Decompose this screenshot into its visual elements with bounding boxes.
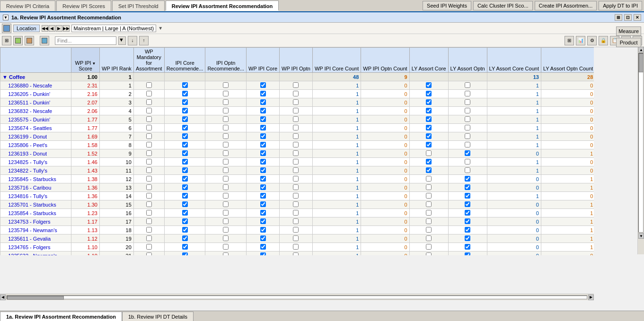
cell-wp-ipi-optn[interactable] (280, 166, 313, 175)
measure-button[interactable]: Measure (616, 26, 641, 36)
v-scroll-thumb[interactable] (639, 53, 644, 72)
cell-ipi-optn-rec[interactable] (205, 243, 247, 252)
cell-ly-optn[interactable] (448, 132, 487, 141)
cell-ly-optn[interactable] (448, 90, 487, 98)
cell-ipi-core-rec[interactable] (164, 192, 205, 200)
cell-wp-ipi-optn[interactable] (280, 158, 313, 166)
cell-wp-ipi-core[interactable] (247, 115, 280, 124)
location-button[interactable]: Location (13, 25, 40, 32)
bar-view-button[interactable] (25, 36, 34, 45)
cell-ipi-core-rec[interactable] (164, 252, 205, 256)
cell-ly-core[interactable] (409, 141, 448, 149)
cell-ipi-core-rec[interactable] (164, 141, 205, 149)
col-header-wp-ipi-core[interactable]: WP IPI Core (247, 48, 280, 73)
cell-ipi-optn-rec[interactable] (205, 183, 247, 192)
bottom-tab-1a[interactable]: 1a. Review IPI Assortment Recommendation (0, 312, 122, 321)
cell-ly-optn[interactable] (448, 141, 487, 149)
calc-cluster-button[interactable]: Calc Cluster IPI Sco... (473, 1, 533, 10)
apply-dt-button[interactable]: Apply DT to IPI (599, 1, 642, 10)
group-collapse-icon[interactable]: ▼ (2, 74, 8, 80)
find-input[interactable] (55, 36, 116, 45)
cell-name[interactable]: 1236205 - Dunkin' (0, 90, 71, 98)
cell-mandatory[interactable] (133, 107, 164, 115)
cell-ipi-core-rec[interactable] (164, 226, 205, 234)
col-header-ipi-core-rec[interactable]: IPI CoreRecommende... (164, 48, 205, 73)
cell-ly-optn[interactable] (448, 81, 487, 90)
cell-wp-ipi-optn[interactable] (280, 234, 313, 243)
scroll-left-button[interactable]: ◀ (0, 295, 6, 300)
cell-wp-ipi-core[interactable] (247, 192, 280, 200)
cell-wp-ipi-optn[interactable] (280, 90, 313, 98)
v-scrollbar[interactable]: ▲ ▼ (637, 46, 644, 254)
col-header-ly-assort-optn[interactable]: LY Assort Optn (448, 48, 487, 73)
cell-ly-core[interactable] (409, 98, 448, 107)
cell-name[interactable]: 1235854 - Starbucks (0, 209, 71, 217)
cell-mandatory[interactable] (133, 192, 164, 200)
cell-ipi-core-rec[interactable] (164, 98, 205, 107)
cell-wp-ipi-core[interactable] (247, 90, 280, 98)
cell-name[interactable]: 1234825 - Tully's (0, 158, 71, 166)
cell-ly-core[interactable] (409, 234, 448, 243)
tool-3-button[interactable]: ⚙ (587, 36, 597, 45)
cell-ly-optn[interactable] (448, 183, 487, 192)
group-name[interactable]: ▼ Coffee (0, 73, 71, 81)
col-header-ly-assort-core-count[interactable]: LY Assort Core Count (487, 48, 541, 73)
table-view-button[interactable]: ⊞ (2, 36, 11, 45)
cell-ly-core[interactable] (409, 115, 448, 124)
cell-wp-ipi-optn[interactable] (280, 149, 313, 158)
h-scroll-thumb[interactable] (7, 296, 64, 300)
cell-mandatory[interactable] (133, 166, 164, 175)
cell-name[interactable]: 1236199 - Donut (0, 132, 71, 141)
cell-mandatory[interactable] (133, 90, 164, 98)
cell-ipi-core-rec[interactable] (164, 234, 205, 243)
cell-wp-ipi-core[interactable] (247, 132, 280, 141)
cell-ipi-core-rec[interactable] (164, 107, 205, 115)
cell-name[interactable]: 1234822 - Tully's (0, 166, 71, 175)
cell-ipi-optn-rec[interactable] (205, 217, 247, 226)
cell-ly-optn[interactable] (448, 192, 487, 200)
cell-ly-optn[interactable] (448, 98, 487, 107)
cell-name[interactable]: 1236511 - Dunkin' (0, 98, 71, 107)
cell-name[interactable]: 1235611 - Gevalia (0, 234, 71, 243)
cell-ipi-optn-rec[interactable] (205, 124, 247, 132)
cell-ipi-core-rec[interactable] (164, 243, 205, 252)
cell-ipi-optn-rec[interactable] (205, 166, 247, 175)
cell-wp-ipi-core[interactable] (247, 200, 280, 209)
product-button[interactable]: Product (616, 38, 641, 47)
tab-set-threshold[interactable]: Set IPI Threshold (112, 0, 165, 11)
cell-mandatory[interactable] (133, 200, 164, 209)
cell-ly-core[interactable] (409, 243, 448, 252)
cell-mandatory[interactable] (133, 183, 164, 192)
cell-ipi-core-rec[interactable] (164, 149, 205, 158)
cell-ly-optn[interactable] (448, 158, 487, 166)
cell-wp-ipi-optn[interactable] (280, 209, 313, 217)
cell-wp-ipi-core[interactable] (247, 243, 280, 252)
cell-ly-core[interactable] (409, 149, 448, 158)
cell-mandatory[interactable] (133, 98, 164, 107)
cell-wp-ipi-optn[interactable] (280, 98, 313, 107)
cell-mandatory[interactable] (133, 175, 164, 183)
cell-ly-optn[interactable] (448, 149, 487, 158)
cell-ly-core[interactable] (409, 226, 448, 234)
cell-name[interactable]: 1235674 - Seattles (0, 124, 71, 132)
cell-ly-core[interactable] (409, 192, 448, 200)
cell-ipi-core-rec[interactable] (164, 217, 205, 226)
cell-wp-ipi-optn[interactable] (280, 81, 313, 90)
cell-name[interactable]: 1235575 - Dunkin' (0, 115, 71, 124)
cell-ly-core[interactable] (409, 124, 448, 132)
cell-ly-core[interactable] (409, 166, 448, 175)
bottom-tab-1b[interactable]: 1b. Review IPI DT Details (122, 312, 194, 321)
cell-ly-optn[interactable] (448, 124, 487, 132)
map-button[interactable] (40, 36, 49, 45)
tab-review-criteria[interactable]: Review IPI Criteria (0, 0, 55, 11)
col-header-wp-mandatory[interactable]: WPMandatoryforAssortment (133, 48, 164, 73)
cell-ipi-optn-rec[interactable] (205, 115, 247, 124)
cell-ipi-optn-rec[interactable] (205, 200, 247, 209)
cell-ly-core[interactable] (409, 183, 448, 192)
cell-name[interactable]: 1235632 - Newman's (0, 252, 71, 256)
cell-wp-ipi-optn[interactable] (280, 252, 313, 256)
cell-ly-optn[interactable] (448, 252, 487, 256)
cell-wp-ipi-optn[interactable] (280, 115, 313, 124)
cell-wp-ipi-core[interactable] (247, 81, 280, 90)
cell-ipi-optn-rec[interactable] (205, 226, 247, 234)
